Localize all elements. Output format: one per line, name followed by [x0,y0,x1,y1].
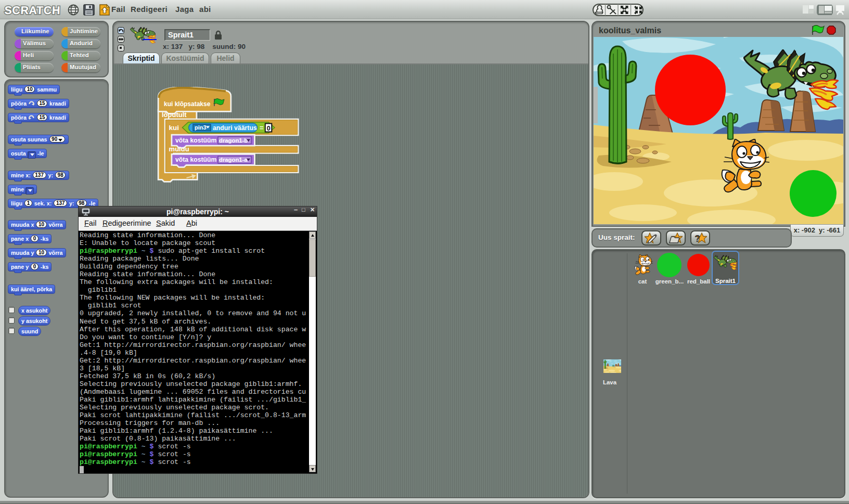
svg-text:SCRATCH: SCRATCH [4,4,61,17]
svg-text:0: 0 [267,125,271,132]
svg-text:kui klõpsatakse: kui klõpsatakse [164,100,211,108]
svg-text:dragon1-b: dragon1-b [219,137,248,144]
svg-text:muidu: muidu [169,145,189,153]
svg-text:lõputult: lõputult [162,111,187,119]
svg-text:dragon1-a: dragon1-a [219,157,248,163]
svg-text:kui: kui [169,124,179,132]
svg-text:võta kostüüm: võta kostüüm [175,156,216,163]
svg-text:võta kostüüm: võta kostüüm [175,137,216,144]
svg-text:anduri väärtus: anduri väärtus [213,124,257,132]
svg-text:pin3: pin3 [195,124,207,131]
svg-text:?: ? [694,234,700,244]
svg-text:=: = [260,124,264,132]
